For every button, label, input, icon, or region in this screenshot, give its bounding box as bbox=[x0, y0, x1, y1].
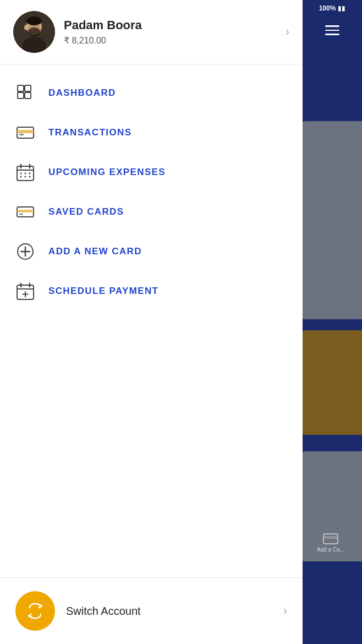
dashboard-icon bbox=[15, 83, 35, 103]
svg-point-4 bbox=[24, 25, 29, 30]
upcoming-expenses-label: UPCOMING EXPENSES bbox=[48, 167, 166, 178]
switch-account-icon bbox=[15, 591, 55, 631]
user-header[interactable]: Padam Boora ₹ 8,210.00 › bbox=[0, 0, 303, 64]
right-panel: 100% ▮▮ MO Add a Ca... bbox=[303, 0, 362, 644]
saved-cards-label: SAVED CARDS bbox=[48, 206, 124, 217]
menu-panel: Padam Boora ₹ 8,210.00 › DASHBOARD bbox=[0, 0, 303, 644]
sidebar-item-saved-cards[interactable]: SAVED CARDS bbox=[0, 192, 303, 232]
transactions-label: TRANSACTIONS bbox=[48, 127, 131, 138]
add-new-card-label: ADD A NEW CARD bbox=[48, 246, 142, 257]
svg-rect-25 bbox=[17, 210, 34, 212]
svg-rect-7 bbox=[18, 85, 24, 91]
sidebar-item-upcoming-expenses[interactable]: UPCOMING EXPENSES bbox=[0, 152, 303, 192]
nav-menu: DASHBOARD TRANSACTIONS bbox=[0, 64, 303, 577]
svg-point-19 bbox=[25, 173, 26, 174]
switch-account-button[interactable]: Switch Account › bbox=[0, 577, 303, 644]
user-name: Padam Boora bbox=[64, 18, 277, 32]
hamburger-icon bbox=[325, 25, 339, 35]
user-balance: ₹ 8,210.00 bbox=[64, 35, 277, 46]
svg-point-20 bbox=[29, 173, 31, 174]
card-preview-1 bbox=[303, 121, 362, 319]
switch-account-chevron-icon: › bbox=[283, 604, 287, 618]
user-info: Padam Boora ₹ 8,210.00 bbox=[64, 18, 277, 45]
schedule-icon bbox=[15, 281, 35, 301]
svg-rect-10 bbox=[25, 92, 31, 99]
sidebar-item-transactions[interactable]: TRANSACTIONS bbox=[0, 113, 303, 152]
svg-rect-9 bbox=[18, 92, 24, 99]
saved-cards-icon bbox=[15, 202, 35, 222]
add-card-preview: Add a Ca... bbox=[303, 451, 362, 561]
sidebar-item-schedule-payment[interactable]: SCHEDULE PAYMENT bbox=[0, 271, 303, 311]
svg-point-5 bbox=[26, 17, 42, 25]
hamburger-button[interactable] bbox=[303, 17, 362, 44]
svg-rect-26 bbox=[19, 214, 23, 215]
add-circle-icon bbox=[15, 242, 35, 261]
transactions-icon bbox=[15, 123, 35, 143]
switch-account-label: Switch Account bbox=[66, 605, 272, 618]
battery-text: 100% bbox=[319, 4, 336, 12]
add-card-label: Add a Ca... bbox=[317, 547, 344, 553]
svg-rect-8 bbox=[25, 85, 31, 91]
schedule-payment-label: SCHEDULE PAYMENT bbox=[48, 286, 158, 297]
svg-point-6 bbox=[28, 28, 40, 36]
svg-rect-12 bbox=[17, 130, 34, 133]
avatar bbox=[13, 11, 55, 53]
svg-rect-37 bbox=[323, 536, 338, 539]
status-bar: 100% ▮▮ bbox=[303, 0, 362, 17]
calendar-icon bbox=[15, 162, 35, 182]
dashboard-label: DASHBOARD bbox=[48, 88, 116, 99]
sidebar-item-dashboard[interactable]: DASHBOARD bbox=[0, 73, 303, 113]
svg-point-18 bbox=[20, 173, 22, 174]
svg-point-22 bbox=[25, 176, 26, 178]
sidebar-item-add-new-card[interactable]: ADD A NEW CARD bbox=[0, 232, 303, 271]
user-chevron-icon[interactable]: › bbox=[286, 25, 289, 39]
card-preview-gold bbox=[303, 330, 362, 435]
svg-point-21 bbox=[20, 176, 22, 178]
svg-rect-13 bbox=[19, 134, 24, 135]
svg-point-23 bbox=[29, 176, 31, 178]
